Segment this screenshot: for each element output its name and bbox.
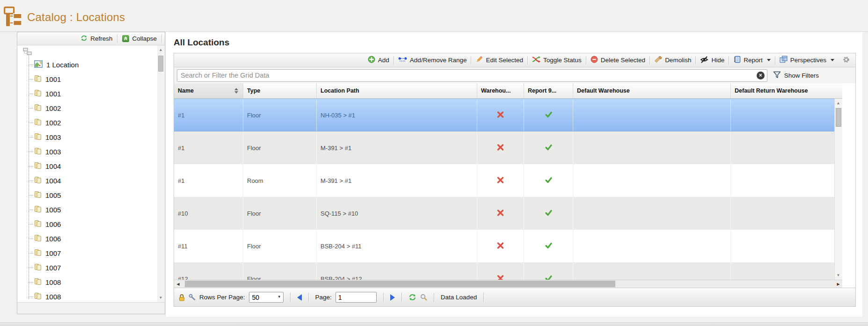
folder-icon (34, 220, 42, 229)
next-page-button[interactable] (390, 294, 395, 301)
grid-toolbar: Add Add/Remove Range (174, 53, 855, 67)
folder-icon (34, 104, 42, 113)
add-remove-range-button[interactable]: Add/Remove Range (394, 53, 471, 67)
app-header: Catalog : Locations (0, 0, 868, 32)
wrench-icon[interactable] (189, 294, 196, 301)
tree-item[interactable]: 1006 (17, 232, 165, 246)
column-header-default-return-warehouse[interactable]: Default Return Warehouse (731, 83, 842, 98)
folder-icon (34, 147, 42, 157)
table-rows: #1 Floor NH-035 > #1 #1 Floor (174, 99, 834, 280)
tree-item[interactable]: 1004 (17, 174, 165, 188)
status-check-icon (545, 242, 552, 250)
refresh-icon (80, 35, 88, 43)
status-cross-icon (497, 210, 504, 217)
tree-item[interactable]: 1008 (17, 275, 165, 290)
delete-selected-button[interactable]: Delete Selected (586, 53, 649, 67)
table-row[interactable]: #1 Room M-391 > #1 (174, 164, 834, 197)
demolish-button[interactable]: Demolish (650, 53, 695, 67)
table-row[interactable]: #1 Floor M-391 > #1 (174, 131, 834, 164)
tree-item[interactable]: 1004 (17, 159, 165, 174)
scroll-down-icon[interactable]: ▼ (157, 294, 164, 301)
perspectives-menu-button[interactable]: Perspectives (775, 53, 839, 67)
tree-item[interactable]: 1002 (17, 116, 165, 130)
table-row[interactable]: #11 Floor BSB-204 > #11 (174, 230, 834, 262)
grid-settings-button[interactable] (839, 53, 852, 67)
scroll-down-icon[interactable]: ▼ (835, 272, 842, 279)
grid-footer: Rows Per Page: 50 Page: (174, 288, 855, 306)
column-header-default-warehouse[interactable]: Default Warehouse (573, 83, 731, 98)
refresh-grid-icon[interactable] (408, 293, 416, 301)
page: Catalog : Locations Refresh (0, 0, 868, 326)
column-header-location-path[interactable]: Location Path (317, 83, 477, 98)
folder-icon (34, 118, 42, 128)
scroll-right-icon[interactable]: ▶ (834, 280, 842, 288)
edit-selected-button[interactable]: Edit Selected (471, 53, 527, 67)
page-label: Page: (315, 294, 332, 301)
tree-scrollbar-thumb[interactable] (158, 56, 163, 72)
scroll-left-icon[interactable]: ◀ (174, 280, 182, 288)
folder-icon (34, 176, 42, 186)
table-row[interactable]: #10 Floor SQ-115 > #10 (174, 197, 834, 230)
table-body: #1 Floor NH-035 > #1 #1 Floor (174, 99, 842, 280)
folder-icon (34, 133, 42, 142)
column-header-type[interactable]: Type (243, 83, 317, 98)
tree-item[interactable]: 1008 (17, 290, 165, 302)
chevron-down-icon (767, 59, 771, 61)
rows-per-page-select[interactable]: 50 (249, 292, 284, 303)
folder-icon (34, 75, 42, 84)
rows-per-page-label: Rows Per Page: (199, 294, 245, 301)
page-number-input[interactable] (336, 292, 377, 303)
magnifier-icon[interactable] (420, 294, 427, 301)
tree-item[interactable]: 1001 (17, 87, 165, 101)
grid-vertical-scrollbar[interactable]: ▲ ▼ (834, 99, 842, 280)
vertical-scrollbar-thumb[interactable] (836, 108, 841, 127)
tree-item[interactable]: 1002 (17, 101, 165, 116)
funnel-icon (773, 71, 781, 80)
hide-button[interactable]: Hide (696, 53, 729, 67)
tree-item[interactable]: 1001 (17, 72, 165, 87)
collapse-tree-button[interactable]: Collapse (117, 32, 161, 45)
scroll-up-icon[interactable]: ▲ (835, 100, 842, 107)
add-button[interactable]: Add (364, 53, 394, 67)
status-check-icon (545, 275, 552, 280)
table-zone: Name Type Location Path Warehou... Repor… (174, 83, 842, 288)
delete-icon (591, 56, 598, 65)
main-panel: All Locations Add (165, 32, 862, 317)
refresh-tree-button[interactable]: Refresh (76, 32, 117, 45)
column-header-warehouse[interactable]: Warehou... (477, 83, 524, 98)
lock-icon[interactable] (179, 294, 185, 301)
grid-horizontal-scrollbar[interactable]: ◀ ▶ (174, 280, 842, 288)
gear-icon (843, 56, 850, 65)
previous-page-button[interactable] (297, 294, 302, 301)
tree-root-icon (17, 45, 165, 58)
tree-scrollbar[interactable]: ▲ ▼ (157, 45, 164, 302)
locations-grid: Add Add/Remove Range (174, 53, 856, 307)
tree-item[interactable]: 1005 (17, 188, 165, 203)
column-header-name[interactable]: Name (174, 83, 243, 98)
status-cross-icon (497, 177, 504, 185)
toggle-status-button[interactable]: Toggle Status (528, 53, 586, 67)
page-title: Catalog : Locations (27, 11, 125, 24)
tree-item[interactable]: 1006 (17, 217, 165, 232)
scroll-up-icon[interactable]: ▲ (157, 46, 164, 53)
clear-search-icon[interactable]: × (757, 72, 765, 80)
tree-panel-footer (17, 302, 165, 314)
status-cross-icon (497, 242, 504, 250)
tree-item[interactable]: 1003 (17, 145, 165, 159)
grid-search-input[interactable] (177, 69, 767, 82)
tree-item[interactable]: 1007 (17, 246, 165, 261)
table-row[interactable]: #12 Floor BSB-204 > #12 (174, 262, 834, 280)
tree-item-location[interactable]: 1 Location (17, 58, 165, 72)
tree-item[interactable]: 1005 (17, 203, 165, 217)
tree-item[interactable]: 1003 (17, 130, 165, 145)
collapse-icon (122, 35, 129, 42)
sort-icon[interactable] (234, 88, 238, 94)
tree-item[interactable]: 1007 (17, 261, 165, 275)
status-cross-icon (497, 275, 504, 280)
catalog-logo-icon (4, 7, 23, 28)
column-header-report[interactable]: Report 9... (524, 83, 573, 98)
show-filters-button[interactable]: Show Filters (773, 71, 819, 80)
report-menu-button[interactable]: Report (729, 53, 775, 67)
table-row[interactable]: #1 Floor NH-035 > #1 (174, 99, 834, 131)
horizontal-scrollbar-thumb[interactable] (185, 281, 615, 287)
